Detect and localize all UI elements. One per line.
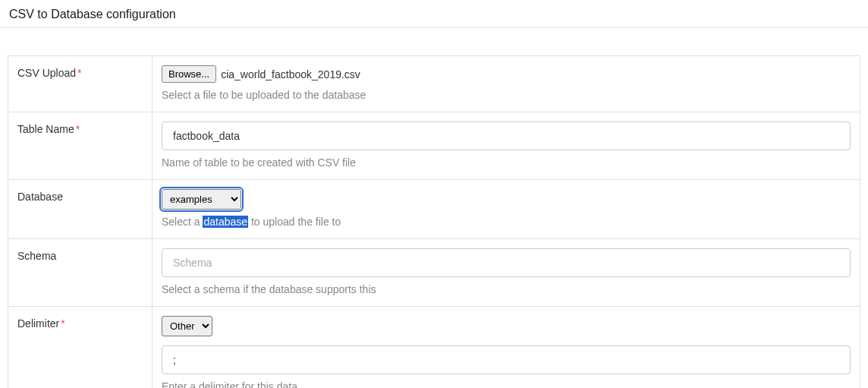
cell-table-name: Name of table to be created with CSV fil… [153,112,860,179]
uploaded-filename: cia_world_factbook_2019.csv [221,68,360,80]
cell-delimiter: Other Enter a delimiter for this data [153,307,860,388]
label-schema-text: Schema [17,250,56,262]
file-upload-line: Browse... cia_world_factbook_2019.csv [162,65,851,83]
label-delimiter: Delimiter* [8,307,153,388]
delimiter-select[interactable]: Other [162,316,212,336]
help-database: Select a database to upload the file to [162,216,851,228]
cell-schema: Select a schema if the database supports… [153,239,860,306]
page-title: CSV to Database configuration [0,0,868,28]
table-name-input[interactable] [162,121,851,150]
help-schema: Select a schema if the database supports… [162,283,851,295]
label-database-text: Database [17,191,63,203]
label-csv-upload: CSV Upload* [8,56,153,112]
help-database-post: to upload the file to [248,216,341,228]
row-csv-upload: CSV Upload* Browse... cia_world_factbook… [8,56,860,112]
required-marker: * [76,123,80,135]
row-schema: Schema Select a schema if the database s… [8,239,860,307]
label-csv-upload-text: CSV Upload [17,67,76,79]
row-table-name: Table Name* Name of table to be created … [8,112,860,180]
row-database: Database examples Select a database to u… [8,180,860,239]
required-marker: * [77,67,81,79]
label-schema: Schema [8,239,153,306]
label-database: Database [8,180,153,238]
browse-button[interactable]: Browse... [162,65,216,83]
label-table-name-text: Table Name [17,123,74,135]
schema-input[interactable] [162,248,851,277]
cell-csv-upload: Browse... cia_world_factbook_2019.csv Se… [153,56,860,112]
help-table-name: Name of table to be created with CSV fil… [162,156,851,169]
row-delimiter: Delimiter* Other Enter a delimiter for t… [8,307,860,388]
help-database-highlight: database [203,216,248,228]
required-marker: * [61,317,64,330]
label-table-name: Table Name* [8,112,153,179]
cell-database: examples Select a database to upload the… [153,180,860,238]
form-area: CSV Upload* Browse... cia_world_factbook… [0,28,868,388]
config-form: CSV Upload* Browse... cia_world_factbook… [8,55,860,388]
label-delimiter-text: Delimiter [17,317,59,330]
help-csv-upload: Select a file to be uploaded to the data… [162,89,851,101]
database-select[interactable]: examples [162,189,241,210]
delimiter-custom-input[interactable] [162,345,851,374]
help-delimiter: Enter a delimiter for this data [162,380,851,388]
help-database-pre: Select a [162,216,203,228]
